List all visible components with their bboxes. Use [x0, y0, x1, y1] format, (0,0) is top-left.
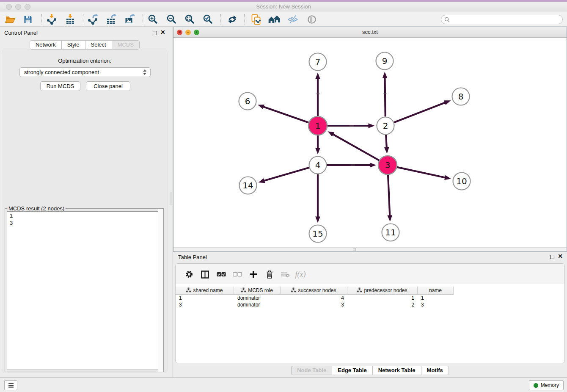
refresh-icon[interactable]	[226, 13, 239, 26]
clone-network-icon[interactable]	[249, 13, 263, 26]
tab-network[interactable]: Network	[30, 40, 61, 50]
table-cell[interactable]: 3	[176, 301, 234, 308]
function-builder-icon: f(x)	[295, 268, 306, 280]
graph-edge-label	[351, 165, 355, 166]
search-box[interactable]	[441, 15, 563, 24]
optimization-criterion-select[interactable]: strongly connected component	[19, 67, 151, 77]
tab-network-table[interactable]: Network Table	[372, 366, 421, 375]
control-panel-title: Control Panel	[4, 30, 38, 36]
table-cell[interactable]: 2	[347, 301, 418, 308]
control-panel-float-icon[interactable]	[153, 31, 157, 35]
column-header-successor-nodes[interactable]: successor nodes	[281, 287, 347, 295]
mcds-panel: Optimization criterion: strongly connect…	[2, 50, 168, 373]
hierarchy-icon	[241, 287, 246, 294]
network-graph: 7968124314101511	[173, 38, 567, 247]
select-all-columns-icon[interactable]	[215, 268, 227, 280]
save-session-icon[interactable]	[21, 13, 35, 26]
column-header-predecessor-nodes[interactable]: predecessor nodes	[347, 287, 418, 295]
table-cell[interactable]: 4	[281, 295, 347, 301]
graph-edge-3-11[interactable]	[388, 175, 390, 217]
table-cell[interactable]: dominator	[234, 301, 281, 308]
graph-edge-3-10[interactable]	[397, 167, 446, 178]
tab-edge-table[interactable]: Edge Table	[332, 366, 372, 375]
table-cell[interactable]: 1	[176, 295, 234, 301]
mcds-result-group: MCDS result (2 nodes) 1 3	[5, 208, 164, 372]
column-label: predecessor nodes	[364, 287, 407, 293]
zoom-in-icon[interactable]	[146, 13, 160, 26]
graph-node-label: 8	[458, 91, 464, 102]
graph-edge-3-1[interactable]	[332, 134, 379, 160]
memory-status-icon	[534, 383, 538, 388]
tab-motifs[interactable]: Motifs	[421, 366, 449, 375]
graph-node-label: 7	[315, 57, 321, 67]
network-window-title: scc.txt	[173, 29, 567, 35]
first-neighbors-icon[interactable]	[267, 13, 281, 26]
graph-edge-arrowhead	[328, 131, 335, 136]
vertical-splitter[interactable]	[169, 27, 173, 377]
table-cell[interactable]: dominator	[234, 295, 281, 301]
table-cell[interactable]: 1	[347, 295, 418, 301]
table-panel-close-icon[interactable]: ✕	[558, 253, 563, 259]
settings-gear-icon[interactable]	[183, 268, 195, 280]
graph-edge-arrowhead	[258, 105, 264, 109]
graph-edge-2-3[interactable]	[386, 135, 387, 149]
table-cell[interactable]: 1	[418, 295, 454, 301]
hide-selected-icon[interactable]	[286, 13, 300, 26]
column-header-shared-name[interactable]: shared name	[176, 287, 234, 295]
graph-edge-1-6[interactable]	[262, 106, 308, 122]
hierarchy-icon	[186, 287, 191, 294]
tab-mcds[interactable]: MCDS	[112, 40, 140, 50]
fit-content-icon[interactable]	[183, 13, 197, 26]
search-input[interactable]	[451, 16, 559, 23]
show-all-icon[interactable]	[305, 13, 319, 26]
zoom-selected-icon[interactable]	[201, 13, 215, 26]
toolbar-separator	[83, 14, 83, 25]
main-toolbar	[0, 13, 567, 27]
control-panel: Control Panel ✕ NetworkStyleSelectMCDS O…	[0, 27, 169, 377]
add-column-icon[interactable]	[248, 268, 259, 280]
column-view-icon[interactable]	[199, 268, 211, 280]
table-row[interactable]: 3dominator323	[176, 301, 564, 308]
toolbar-separator	[244, 14, 245, 25]
export-network-icon[interactable]	[86, 13, 100, 26]
graph-node-label: 4	[315, 160, 321, 170]
horizontal-splitter[interactable]	[173, 247, 567, 251]
tab-node-table[interactable]: Node Table	[291, 366, 332, 375]
export-table-icon[interactable]	[105, 13, 118, 26]
control-panel-close-icon[interactable]: ✕	[160, 29, 165, 36]
graph-edge-2-8[interactable]	[394, 102, 446, 123]
splitter-grip[interactable]	[170, 193, 172, 205]
tab-select[interactable]: Select	[85, 40, 112, 50]
task-history-button[interactable]	[4, 380, 17, 390]
export-image-icon[interactable]	[123, 13, 137, 26]
tab-style[interactable]: Style	[61, 40, 85, 50]
run-mcds-button[interactable]: Run MCDS	[40, 81, 80, 91]
graph-edge-2-9[interactable]	[385, 77, 385, 116]
graph-edge-4-14[interactable]	[263, 168, 309, 181]
table-cell[interactable]: 3	[418, 301, 454, 308]
graph-edge-arrowhead	[315, 148, 320, 155]
table-row[interactable]: 1dominator411	[176, 295, 564, 301]
zoom-out-icon[interactable]	[165, 13, 179, 26]
graph-node-label: 1	[315, 121, 321, 131]
column-header-name[interactable]: name	[418, 287, 454, 295]
splitter-grip[interactable]	[353, 248, 356, 251]
unselect-all-columns-icon[interactable]	[231, 268, 243, 280]
toolbar-separator	[41, 14, 42, 25]
graph-edge-arrowhead	[444, 175, 451, 180]
table-panel-float-icon[interactable]	[550, 255, 554, 259]
open-session-icon[interactable]	[3, 13, 17, 26]
memory-button[interactable]: Memory	[529, 380, 564, 390]
table-cell[interactable]: 3	[281, 301, 347, 308]
column-header-MCDS-role[interactable]: MCDS role	[234, 287, 281, 295]
import-network-icon[interactable]	[45, 13, 58, 26]
status-bar: Memory	[0, 377, 567, 392]
network-canvas[interactable]: 7968124314101511	[173, 38, 567, 247]
close-panel-button[interactable]: Close panel	[86, 81, 130, 91]
mcds-result-title: MCDS result (2 nodes)	[7, 205, 66, 212]
node-table-body: 1dominator4113dominator323	[176, 295, 564, 308]
result-scrollbar[interactable]	[158, 209, 163, 372]
mcds-result-text[interactable]: 1 3	[7, 211, 162, 370]
delete-columns-icon[interactable]	[264, 268, 275, 280]
import-table-icon[interactable]	[63, 13, 77, 26]
